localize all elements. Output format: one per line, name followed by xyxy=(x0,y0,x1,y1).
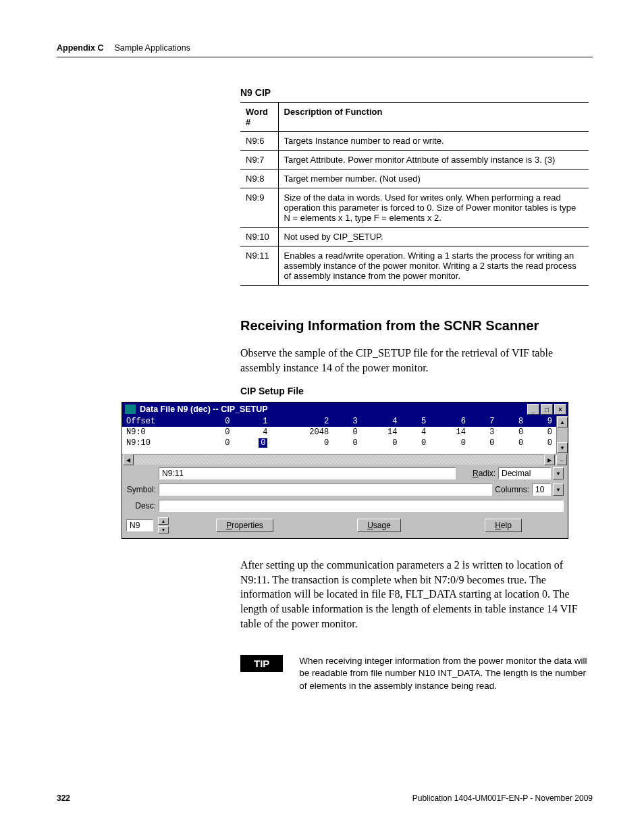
symbol-label: Symbol: xyxy=(126,485,156,494)
word-cell: N9:6 xyxy=(240,132,278,151)
grid-row[interactable]: N9:0042048014414300 xyxy=(122,427,556,438)
word-cell: N9:10 xyxy=(240,228,278,246)
table-row: N9:9Size of the data in words. Used for … xyxy=(240,188,589,228)
desc-cell: Target member number. (Not used) xyxy=(278,170,589,188)
section-heading: Receiving Information from the SCNR Scan… xyxy=(240,318,593,334)
grid-cell[interactable]: 0 xyxy=(333,438,362,448)
desc-cell: Size of the data in words. Used for writ… xyxy=(278,188,589,228)
grid-header-cell: 6 xyxy=(430,416,470,427)
figure-caption: CIP Setup File xyxy=(240,386,593,396)
desc-cell: Enables a read/write operation. Writing … xyxy=(278,246,589,286)
running-head: Appendix C Sample Applications xyxy=(57,43,593,53)
grid-header-cell: 3 xyxy=(333,416,362,427)
desc-cell: Not used by CIP_SETUP. xyxy=(278,228,589,246)
grid-cell[interactable]: 2048 xyxy=(271,427,333,438)
grid-header-cell: 5 xyxy=(402,416,431,427)
grid-cell[interactable]: 0 xyxy=(205,438,234,448)
columns-dropdown-icon[interactable]: ▼ xyxy=(553,484,564,496)
followup-paragraph: After setting up the communication param… xyxy=(240,558,593,631)
grid-cell[interactable]: 0 xyxy=(402,438,431,448)
radix-label: Radix: xyxy=(473,469,495,478)
th-word: Word # xyxy=(240,103,278,132)
vertical-scrollbar[interactable]: ▲ ▼ xyxy=(556,416,568,454)
columns-label: Columns: xyxy=(495,485,529,494)
grid-header-cell: 7 xyxy=(470,416,499,427)
grid-row[interactable]: N9:100000000000 xyxy=(122,438,556,448)
grid-cell[interactable]: 0 xyxy=(499,438,528,448)
grid-row-label: N9:10 xyxy=(122,438,205,448)
grid-header-cell: 2 xyxy=(271,416,333,427)
grid-header-cell: 9 xyxy=(527,416,556,427)
properties-button[interactable]: Properties xyxy=(216,519,273,532)
grid-header-cell: Offset xyxy=(122,416,205,427)
data-file-window: Data File N9 (dec) -- CIP_SETUP _ □ × Of… xyxy=(122,402,568,539)
grid-cell[interactable]: 0 xyxy=(499,427,528,438)
tip-block: TIP When receiving integer information f… xyxy=(240,655,593,692)
grid-cell[interactable]: 4 xyxy=(234,427,271,438)
data-grid[interactable]: Offset0123456789 N9:0042048014414300N9:1… xyxy=(122,416,556,448)
grid-cell[interactable]: 0 xyxy=(333,427,362,438)
word-cell: N9:9 xyxy=(240,188,278,228)
spin-down-icon[interactable]: ▼ xyxy=(158,526,169,533)
table-row: N9:8Target member number. (Not used) xyxy=(240,170,589,188)
appendix-label: Appendix C xyxy=(57,43,103,53)
spin-up-icon[interactable]: ▲ xyxy=(158,517,169,525)
symbol-field[interactable] xyxy=(159,484,492,496)
page-number: 322 xyxy=(57,793,70,803)
tip-text: When receiving integer information from … xyxy=(299,655,593,692)
grid-header-cell: 8 xyxy=(499,416,528,427)
intro-paragraph: Observe the sample of the CIP_SETUP file… xyxy=(240,346,593,375)
grid-cell[interactable]: 14 xyxy=(430,427,470,438)
scroll-up-icon[interactable]: ▲ xyxy=(557,417,568,427)
grid-cell[interactable]: 4 xyxy=(402,427,431,438)
close-button[interactable]: × xyxy=(554,404,566,415)
horizontal-scrollbar[interactable]: ◀ ▶ – xyxy=(122,454,568,465)
scroll-down-icon[interactable]: ▼ xyxy=(557,442,568,453)
grid-cell[interactable]: 0 xyxy=(234,438,271,448)
publication-id: Publication 1404-UM001F-EN-P - November … xyxy=(412,793,593,803)
table-row: N9:11Enables a read/write operation. Wri… xyxy=(240,246,589,286)
th-desc: Description of Function xyxy=(278,103,589,132)
grid-cell[interactable]: 0 xyxy=(205,427,234,438)
desc-cell: Target Attribute. Power monitor Attribut… xyxy=(278,151,589,170)
scroll-left-icon[interactable]: ◀ xyxy=(123,454,134,465)
grid-cell[interactable]: 3 xyxy=(470,427,499,438)
section-label: Sample Applications xyxy=(114,43,190,53)
grid-row-label: N9:0 xyxy=(122,427,205,438)
app-icon xyxy=(125,405,136,414)
table-row: N9:7Target Attribute. Power monitor Attr… xyxy=(240,151,589,170)
grid-cell[interactable]: 0 xyxy=(362,438,402,448)
grid-header-cell: 1 xyxy=(234,416,271,427)
grid-header-cell: 0 xyxy=(205,416,234,427)
maximize-button[interactable]: □ xyxy=(541,404,553,415)
grid-header-cell: 4 xyxy=(362,416,402,427)
word-cell: N9:8 xyxy=(240,170,278,188)
address-field[interactable]: N9:11 xyxy=(159,467,456,479)
grid-cell[interactable]: 0 xyxy=(430,438,470,448)
scroll-right-icon[interactable]: ▶ xyxy=(544,454,555,465)
usage-button[interactable]: Usage xyxy=(357,519,401,532)
desc-label: Desc: xyxy=(126,501,156,511)
scroll-end-icon[interactable]: – xyxy=(556,454,567,465)
grid-cell[interactable]: 0 xyxy=(527,438,556,448)
word-cell: N9:11 xyxy=(240,246,278,286)
minimize-button[interactable]: _ xyxy=(527,404,539,415)
n9-cip-table: Word # Description of Function N9:6Targe… xyxy=(240,102,589,286)
grid-cell[interactable]: 0 xyxy=(527,427,556,438)
table-row: N9:6Targets Instance number to read or w… xyxy=(240,132,589,151)
grid-cell[interactable]: 0 xyxy=(271,438,333,448)
header-rule xyxy=(57,57,593,57)
desc-field[interactable] xyxy=(159,500,564,512)
grid-cell[interactable]: 14 xyxy=(362,427,402,438)
radix-dropdown-icon[interactable]: ▼ xyxy=(553,467,564,479)
file-spinner[interactable]: ▲ ▼ xyxy=(158,517,169,534)
window-title: Data File N9 (dec) -- CIP_SETUP xyxy=(140,405,268,414)
grid-cell[interactable]: 0 xyxy=(470,438,499,448)
file-field[interactable]: N9 xyxy=(126,519,153,531)
page-footer: 322 Publication 1404-UM001F-EN-P - Novem… xyxy=(57,793,593,803)
word-cell: N9:7 xyxy=(240,151,278,170)
columns-field[interactable]: 10 xyxy=(532,484,551,496)
help-button[interactable]: Help xyxy=(485,519,522,532)
radix-select[interactable]: Decimal xyxy=(498,467,551,479)
window-titlebar[interactable]: Data File N9 (dec) -- CIP_SETUP _ □ × xyxy=(122,402,568,416)
